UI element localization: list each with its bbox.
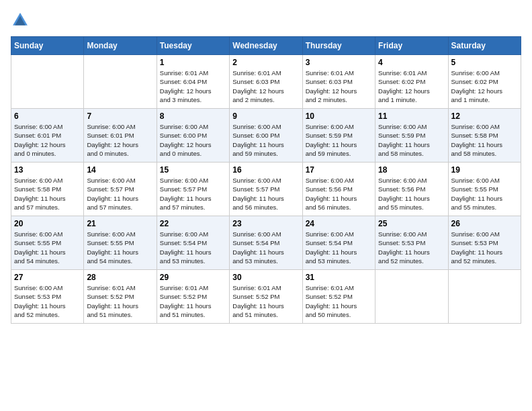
day-number: 21 xyxy=(87,219,153,228)
weekday-header: Saturday xyxy=(448,37,521,55)
calendar-cell xyxy=(11,55,84,109)
weekday-header: Sunday xyxy=(11,37,84,55)
calendar-cell xyxy=(375,270,448,324)
logo xyxy=(11,11,32,30)
calendar-cell: 18Sunrise: 6:00 AM Sunset: 5:56 PM Dayli… xyxy=(375,163,448,216)
calendar-cell: 17Sunrise: 6:00 AM Sunset: 5:56 PM Dayli… xyxy=(302,163,375,216)
calendar-cell: 27Sunrise: 6:00 AM Sunset: 5:53 PM Dayli… xyxy=(11,270,84,324)
day-number: 19 xyxy=(451,165,518,175)
calendar-week-row: 1Sunrise: 6:01 AM Sunset: 6:04 PM Daylig… xyxy=(11,55,521,109)
calendar-cell: 26Sunrise: 6:00 AM Sunset: 5:53 PM Dayli… xyxy=(448,216,521,270)
day-info: Sunrise: 6:01 AM Sunset: 6:03 PM Dayligh… xyxy=(306,68,372,104)
day-info: Sunrise: 6:00 AM Sunset: 5:55 PM Dayligh… xyxy=(87,230,153,265)
calendar-cell: 23Sunrise: 6:00 AM Sunset: 5:54 PM Dayli… xyxy=(230,216,302,270)
weekday-header: Thursday xyxy=(302,37,375,55)
day-number: 15 xyxy=(160,165,226,175)
day-number: 25 xyxy=(378,219,445,228)
day-number: 3 xyxy=(306,58,372,67)
weekday-header-row: SundayMondayTuesdayWednesdayThursdayFrid… xyxy=(11,37,521,55)
day-number: 16 xyxy=(232,165,299,175)
day-number: 31 xyxy=(306,273,372,282)
day-info: Sunrise: 6:00 AM Sunset: 5:55 PM Dayligh… xyxy=(14,230,81,265)
day-number: 22 xyxy=(160,219,226,228)
day-number: 14 xyxy=(87,165,153,175)
day-info: Sunrise: 6:01 AM Sunset: 5:52 PM Dayligh… xyxy=(87,283,153,319)
day-number: 29 xyxy=(160,273,226,282)
calendar-cell: 2Sunrise: 6:01 AM Sunset: 6:03 PM Daylig… xyxy=(230,55,302,109)
day-info: Sunrise: 6:01 AM Sunset: 6:02 PM Dayligh… xyxy=(378,68,445,104)
day-number: 27 xyxy=(14,273,81,282)
day-info: Sunrise: 6:00 AM Sunset: 5:55 PM Dayligh… xyxy=(451,176,518,212)
page-header xyxy=(11,11,521,30)
day-number: 13 xyxy=(14,165,81,175)
weekday-header: Tuesday xyxy=(157,37,229,55)
day-info: Sunrise: 6:00 AM Sunset: 5:57 PM Dayligh… xyxy=(160,176,226,212)
day-number: 20 xyxy=(14,219,81,228)
calendar-cell: 8Sunrise: 6:00 AM Sunset: 6:00 PM Daylig… xyxy=(157,109,229,163)
day-info: Sunrise: 6:00 AM Sunset: 5:53 PM Dayligh… xyxy=(378,230,445,265)
day-info: Sunrise: 6:00 AM Sunset: 5:58 PM Dayligh… xyxy=(14,176,81,212)
day-number: 23 xyxy=(232,219,299,228)
calendar-cell: 25Sunrise: 6:00 AM Sunset: 5:53 PM Dayli… xyxy=(375,216,448,270)
calendar-cell: 11Sunrise: 6:00 AM Sunset: 5:59 PM Dayli… xyxy=(375,109,448,163)
calendar-cell: 13Sunrise: 6:00 AM Sunset: 5:58 PM Dayli… xyxy=(11,163,84,216)
day-info: Sunrise: 6:00 AM Sunset: 5:54 PM Dayligh… xyxy=(306,230,372,265)
day-info: Sunrise: 6:01 AM Sunset: 6:03 PM Dayligh… xyxy=(232,68,299,104)
calendar-week-row: 6Sunrise: 6:00 AM Sunset: 6:01 PM Daylig… xyxy=(11,109,521,163)
day-number: 26 xyxy=(451,219,518,228)
weekday-header: Wednesday xyxy=(230,37,302,55)
day-number: 10 xyxy=(306,111,372,121)
day-number: 28 xyxy=(87,273,153,282)
day-info: Sunrise: 6:00 AM Sunset: 5:58 PM Dayligh… xyxy=(451,122,518,158)
calendar-cell: 16Sunrise: 6:00 AM Sunset: 5:57 PM Dayli… xyxy=(230,163,302,216)
calendar-cell: 14Sunrise: 6:00 AM Sunset: 5:57 PM Dayli… xyxy=(84,163,157,216)
day-number: 24 xyxy=(306,219,372,228)
calendar-week-row: 13Sunrise: 6:00 AM Sunset: 5:58 PM Dayli… xyxy=(11,163,521,216)
calendar-cell: 22Sunrise: 6:00 AM Sunset: 5:54 PM Dayli… xyxy=(157,216,229,270)
day-info: Sunrise: 6:00 AM Sunset: 6:00 PM Dayligh… xyxy=(160,122,226,158)
day-info: Sunrise: 6:00 AM Sunset: 5:57 PM Dayligh… xyxy=(232,176,299,212)
calendar-cell: 31Sunrise: 6:01 AM Sunset: 5:52 PM Dayli… xyxy=(302,270,375,324)
day-number: 6 xyxy=(14,111,81,121)
day-info: Sunrise: 6:00 AM Sunset: 5:56 PM Dayligh… xyxy=(378,176,445,212)
calendar-cell: 7Sunrise: 6:00 AM Sunset: 6:01 PM Daylig… xyxy=(84,109,157,163)
day-number: 9 xyxy=(232,111,299,121)
day-number: 11 xyxy=(378,111,445,121)
calendar-cell xyxy=(84,55,157,109)
day-info: Sunrise: 6:00 AM Sunset: 5:57 PM Dayligh… xyxy=(87,176,153,212)
calendar-cell: 20Sunrise: 6:00 AM Sunset: 5:55 PM Dayli… xyxy=(11,216,84,270)
calendar-cell: 1Sunrise: 6:01 AM Sunset: 6:04 PM Daylig… xyxy=(157,55,229,109)
day-number: 7 xyxy=(87,111,153,121)
weekday-header: Friday xyxy=(375,37,448,55)
calendar-cell: 5Sunrise: 6:00 AM Sunset: 6:02 PM Daylig… xyxy=(448,55,521,109)
calendar-cell: 10Sunrise: 6:00 AM Sunset: 5:59 PM Dayli… xyxy=(302,109,375,163)
calendar-week-row: 27Sunrise: 6:00 AM Sunset: 5:53 PM Dayli… xyxy=(11,270,521,324)
day-info: Sunrise: 6:00 AM Sunset: 5:54 PM Dayligh… xyxy=(232,230,299,265)
day-info: Sunrise: 6:00 AM Sunset: 6:02 PM Dayligh… xyxy=(451,68,518,104)
calendar-cell xyxy=(448,270,521,324)
day-number: 2 xyxy=(232,58,299,67)
calendar-cell: 30Sunrise: 6:01 AM Sunset: 5:52 PM Dayli… xyxy=(230,270,302,324)
day-number: 18 xyxy=(378,165,445,175)
calendar-cell: 15Sunrise: 6:00 AM Sunset: 5:57 PM Dayli… xyxy=(157,163,229,216)
logo-icon xyxy=(11,11,30,30)
day-info: Sunrise: 6:00 AM Sunset: 5:54 PM Dayligh… xyxy=(160,230,226,265)
calendar-cell: 19Sunrise: 6:00 AM Sunset: 5:55 PM Dayli… xyxy=(448,163,521,216)
day-number: 8 xyxy=(160,111,226,121)
calendar-table: SundayMondayTuesdayWednesdayThursdayFrid… xyxy=(11,36,521,324)
day-number: 17 xyxy=(306,165,372,175)
day-info: Sunrise: 6:00 AM Sunset: 6:01 PM Dayligh… xyxy=(87,122,153,158)
calendar-cell: 21Sunrise: 6:00 AM Sunset: 5:55 PM Dayli… xyxy=(84,216,157,270)
day-info: Sunrise: 6:01 AM Sunset: 6:04 PM Dayligh… xyxy=(160,68,226,104)
calendar-cell: 9Sunrise: 6:00 AM Sunset: 6:00 PM Daylig… xyxy=(230,109,302,163)
day-info: Sunrise: 6:00 AM Sunset: 6:01 PM Dayligh… xyxy=(14,122,81,158)
day-info: Sunrise: 6:01 AM Sunset: 5:52 PM Dayligh… xyxy=(306,283,372,319)
day-info: Sunrise: 6:00 AM Sunset: 5:59 PM Dayligh… xyxy=(306,122,372,158)
calendar-cell: 12Sunrise: 6:00 AM Sunset: 5:58 PM Dayli… xyxy=(448,109,521,163)
day-info: Sunrise: 6:00 AM Sunset: 6:00 PM Dayligh… xyxy=(232,122,299,158)
day-number: 4 xyxy=(378,58,445,67)
day-info: Sunrise: 6:00 AM Sunset: 5:53 PM Dayligh… xyxy=(14,283,81,319)
day-info: Sunrise: 6:01 AM Sunset: 5:52 PM Dayligh… xyxy=(160,283,226,319)
day-number: 12 xyxy=(451,111,518,121)
day-info: Sunrise: 6:00 AM Sunset: 5:56 PM Dayligh… xyxy=(306,176,372,212)
